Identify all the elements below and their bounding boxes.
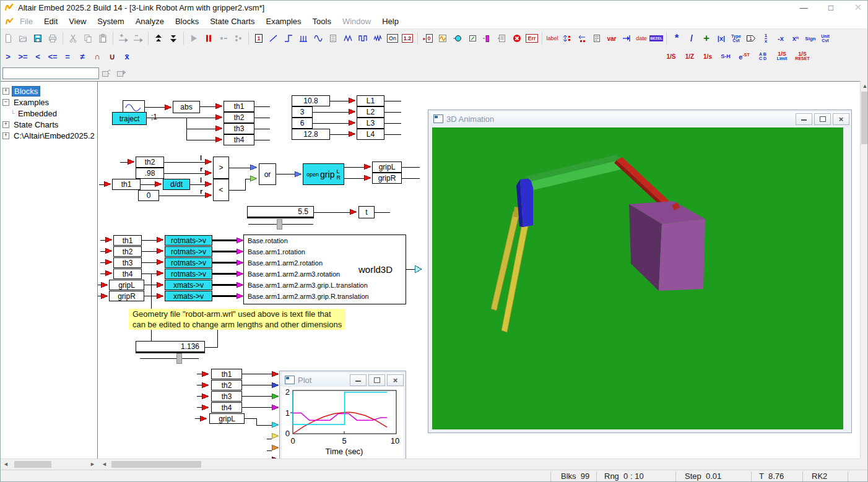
wire-positioner-v-icon[interactable] xyxy=(560,31,575,46)
greater-equal-block-icon[interactable]: >= xyxy=(15,49,30,64)
minimize-icon[interactable]: — xyxy=(799,3,808,12)
tree-hscroll-thumb[interactable] xyxy=(14,461,51,468)
less-than-block[interactable]: < xyxy=(213,179,229,201)
meter-block-icon[interactable] xyxy=(465,31,480,46)
gripR-variable[interactable]: gripR xyxy=(372,173,402,184)
plot-block-icon[interactable] xyxy=(435,31,450,46)
remove-connector-icon[interactable] xyxy=(131,31,145,46)
ramp-block-icon[interactable] xyxy=(266,31,281,46)
equal-block-icon[interactable]: = xyxy=(60,49,75,64)
menu-window[interactable]: Window xyxy=(337,15,376,28)
paste-icon[interactable] xyxy=(95,31,110,46)
plot-restore-icon[interactable] xyxy=(368,374,385,386)
tree-horizontal-scrollbar[interactable]: ◄ ► xyxy=(1,458,98,470)
integrator-block-icon[interactable]: 1/S xyxy=(662,49,680,64)
const-3[interactable]: 3 xyxy=(292,106,313,118)
plot-minimize-icon[interactable] xyxy=(350,374,367,386)
light-block-icon[interactable] xyxy=(450,31,465,46)
power-block-icon[interactable]: xⁿ xyxy=(788,31,803,46)
th4-variable[interactable]: th4 xyxy=(224,134,254,145)
simulate-stop-icon[interactable] xyxy=(201,31,216,46)
wire-positioner-h-icon[interactable] xyxy=(575,31,589,46)
menu-help[interactable]: Help xyxy=(376,15,404,28)
th2-read-variable[interactable]: th2 xyxy=(211,380,242,390)
diagram-canvas[interactable]: traject ;1 abs th1 th2 th3 th4 10.8 3 6 … xyxy=(98,81,860,458)
display-block-icon[interactable]: ▸0 xyxy=(420,31,435,46)
th2-variable[interactable]: th2 xyxy=(224,112,254,123)
const-0[interactable]: 0 xyxy=(138,190,159,201)
step-block-icon[interactable] xyxy=(281,31,296,46)
tree-item-blocks[interactable]: + Blocks xyxy=(1,85,97,97)
close-icon[interactable]: ✕ xyxy=(854,2,862,13)
add-connector-icon[interactable] xyxy=(116,31,131,46)
canvas-horizontal-scrollbar[interactable]: ◄ xyxy=(98,458,860,470)
plot-window[interactable]: Plot × 2 1 0 0 5 10 Time (sec) xyxy=(279,371,406,458)
gripL-read-variable[interactable]: gripL xyxy=(209,413,245,424)
expand-icon[interactable]: + xyxy=(2,132,9,139)
const-12-8[interactable]: 12.8 xyxy=(292,129,330,140)
anim-close-icon[interactable]: × xyxy=(833,113,849,125)
gain-block-icon[interactable]: 1 xyxy=(744,31,758,46)
geometry-slider-value[interactable]: 1.136 xyxy=(136,341,205,353)
t-slider-thumb[interactable] xyxy=(277,219,282,230)
t-variable[interactable]: t xyxy=(358,206,375,218)
greater-than-block[interactable]: > xyxy=(213,157,229,179)
print-icon[interactable] xyxy=(45,31,60,46)
menu-edit[interactable]: Edit xyxy=(38,15,63,28)
abs-block[interactable]: abs xyxy=(173,101,200,113)
anim-restore-icon[interactable] xyxy=(814,113,831,125)
menu-blocks[interactable]: Blocks xyxy=(170,15,204,28)
th1-read-variable[interactable]: th1 xyxy=(113,235,142,246)
block-search-input[interactable] xyxy=(2,67,99,79)
listbox-block-icon[interactable] xyxy=(495,31,510,46)
slider-block-icon[interactable]: 1.2 xyxy=(400,31,415,46)
rotmat-block-1[interactable]: rotmats->v xyxy=(165,235,212,246)
discrete-integrator-block-icon[interactable]: 1/s xyxy=(699,49,716,64)
reset-integrator-block-icon[interactable]: 1/SRESET xyxy=(792,49,813,64)
scroll-right-icon[interactable]: ► xyxy=(87,459,98,470)
th2-read-variable[interactable]: th2 xyxy=(136,157,164,168)
rotmat-block-4[interactable]: rotmats->v xyxy=(165,269,212,279)
rotmat-block-2[interactable]: rotmats->v xyxy=(165,246,212,257)
plot-window-titlebar[interactable]: Plot × xyxy=(282,373,404,387)
less-than-block-icon[interactable]: < xyxy=(30,49,45,64)
menu-view[interactable]: View xyxy=(63,15,92,28)
error-block-icon[interactable]: Err xyxy=(524,31,539,46)
union-block-icon[interactable]: ∪ xyxy=(105,49,119,64)
not-equal-block-icon[interactable]: ≠ xyxy=(75,49,90,64)
divide-block-icon[interactable]: / xyxy=(684,31,699,46)
on-button-block-icon[interactable]: On xyxy=(385,31,400,46)
th1-variable[interactable]: th1 xyxy=(224,101,254,112)
histogram-block-icon[interactable] xyxy=(480,31,495,46)
th1-read-variable[interactable]: th1 xyxy=(112,179,141,190)
simulate-step-icon[interactable] xyxy=(216,31,231,46)
dialog-table-block-icon[interactable] xyxy=(326,31,341,46)
vscroll-thumb[interactable] xyxy=(861,92,868,144)
add-found-block-icon[interactable] xyxy=(114,66,129,81)
th1-read-variable[interactable]: th1 xyxy=(211,369,242,379)
unit-delay-block-icon[interactable]: 1/Z xyxy=(680,49,699,64)
menu-tools[interactable]: Tools xyxy=(307,15,337,28)
rotmat-block-3[interactable]: rotmats->v xyxy=(165,257,212,268)
add-block-icon[interactable]: + xyxy=(699,31,714,46)
limited-integrator-block-icon[interactable]: 1/SLimit xyxy=(772,49,792,64)
3d-scene[interactable] xyxy=(432,127,843,429)
label-block-icon[interactable]: label xyxy=(545,31,560,46)
simulate-go-icon[interactable] xyxy=(186,31,201,46)
canvas-vertical-scrollbar[interactable]: ▲ xyxy=(860,81,868,458)
expand-icon[interactable]: + xyxy=(2,88,9,95)
gripR-read-variable[interactable]: gripR xyxy=(109,291,144,301)
const-block-icon[interactable]: 1 xyxy=(251,31,266,46)
dialog-constant-icon[interactable] xyxy=(589,31,604,46)
reciprocal-block-icon[interactable]: 1x xyxy=(758,31,773,46)
tree-item-install-path[interactable]: + C:\Altair\Embed2025.2 xyxy=(1,130,97,141)
var-block-icon[interactable]: var xyxy=(604,31,619,46)
copy-icon[interactable] xyxy=(80,31,95,46)
raise-priority-icon[interactable] xyxy=(151,31,166,46)
expand-icon[interactable]: + xyxy=(2,121,9,128)
random-block-icon[interactable] xyxy=(370,31,385,46)
gripL-read-variable[interactable]: gripL xyxy=(109,280,144,290)
derivative-block[interactable]: d/dt xyxy=(163,179,190,190)
geometry-slider-thumb[interactable] xyxy=(176,353,182,364)
cut-icon[interactable] xyxy=(66,31,80,46)
